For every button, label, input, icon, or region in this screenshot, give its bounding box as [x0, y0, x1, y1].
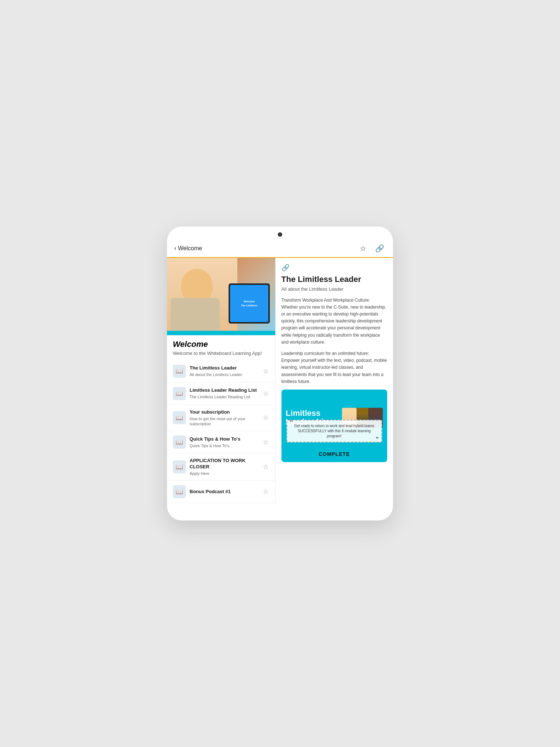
list-item-icon-box: 📖: [173, 460, 186, 473]
list-item-text: Limitless Leader Reading List The Limitl…: [190, 387, 258, 399]
quote-card-text: Get ready to return to work and lead hyb…: [292, 423, 377, 439]
list-item[interactable]: 📖 The Limitless Leader All about the Lim…: [167, 360, 275, 383]
complete-button[interactable]: COMPLETE: [281, 446, 387, 462]
content-area: Welcome The Limitless Welcome Welcome to…: [167, 258, 393, 506]
list-item[interactable]: 📖 Bonus Podcast #1 ☆: [167, 481, 275, 503]
right-column: 🔗 The Limitless Leader All about the Lim…: [276, 258, 393, 506]
book-icon: 📖: [176, 488, 183, 495]
book-icon: 📖: [176, 439, 183, 446]
list-item-title: Bonus Podcast #1: [190, 489, 258, 495]
bookmark-button[interactable]: ☆: [358, 243, 368, 254]
list-item-title: Quick Tips & How To's: [190, 436, 258, 442]
star-button[interactable]: ☆: [262, 437, 269, 447]
star-button[interactable]: ☆: [262, 487, 269, 496]
section-subtitle: Welcome to the Whiteboard Learning App!: [173, 351, 269, 356]
list-item[interactable]: 📖 APPLICATION TO WORK CLOSER Apply Here …: [167, 453, 275, 481]
list-item-text: APPLICATION TO WORK CLOSER Apply Here: [190, 458, 258, 476]
quote-card: " Get ready to return to work and lead h…: [287, 420, 382, 442]
list-item-subtitle: All about the Limitless Leader: [190, 372, 258, 377]
list-item-text: Quick Tips & How To's Quick Tips & How T…: [190, 436, 258, 448]
nav-back-button[interactable]: ‹ Welcome: [174, 244, 202, 252]
course-subtitle: All about the Limitless Leader: [281, 286, 387, 292]
nav-actions: ☆ 🔗: [358, 243, 386, 254]
course-banner: Limitless Leadership " Get ready to retu…: [281, 390, 387, 446]
list-item-title: Your subscription: [190, 409, 258, 415]
section-title: Welcome: [173, 340, 269, 349]
hero-person: [167, 258, 237, 331]
star-button[interactable]: ☆: [262, 389, 269, 398]
list-item[interactable]: 📖 Your subscription How to get the most …: [167, 405, 275, 431]
quote-mark-left: ": [290, 419, 293, 426]
list-item-icon-box: 📖: [173, 411, 186, 424]
list-item[interactable]: 📖 Limitless Leader Reading List The Limi…: [167, 383, 275, 405]
list-item-title: Limitless Leader Reading List: [190, 387, 258, 394]
link-icon: 🔗: [281, 264, 387, 272]
list-item-icon-box: 📖: [173, 387, 186, 400]
list-item[interactable]: 📖 Quick Tips & How To's Quick Tips & How…: [167, 431, 275, 453]
nav-back-label: Welcome: [178, 245, 202, 252]
course-desc-2: Leadership curriculum for an unlimited f…: [281, 350, 387, 385]
back-arrow-icon: ‹: [174, 244, 176, 252]
list-items: 📖 The Limitless Leader All about the Lim…: [167, 357, 275, 506]
nav-bar: ‹ Welcome ☆ 🔗: [167, 240, 393, 258]
star-button[interactable]: ☆: [262, 413, 269, 422]
quote-mark-right: ": [376, 436, 378, 443]
hero-blue-bar: [167, 331, 275, 335]
list-item-text: Your subscription How to get the most ou…: [190, 409, 258, 426]
list-item-icon-box: 📖: [173, 436, 186, 449]
notch-dot: [278, 232, 282, 237]
tablet-welcome-label: Welcome: [244, 300, 255, 303]
tablet-limitless-label: The Limitless: [241, 304, 257, 307]
device-notch: [167, 227, 393, 240]
book-icon: 📖: [176, 414, 183, 421]
hero-tablet: Welcome The Limitless: [229, 283, 270, 324]
list-item-icon-box: 📖: [173, 485, 186, 498]
link-button[interactable]: 🔗: [374, 243, 386, 254]
course-title: The Limitless Leader: [281, 275, 387, 284]
section-title-area: Welcome Welcome to the Whiteboard Learni…: [167, 335, 275, 357]
list-item-text: The Limitless Leader All about the Limit…: [190, 365, 258, 377]
book-icon: 📖: [176, 390, 183, 397]
course-image-card: Limitless Leadership " Get ready to retu…: [281, 390, 387, 462]
list-item-subtitle: The Limitless Leader Reading List: [190, 394, 258, 399]
star-button[interactable]: ☆: [262, 462, 269, 472]
book-icon: 📖: [176, 368, 183, 375]
list-item-subtitle: How to get the most out of your subscrip…: [190, 416, 258, 427]
hero-tablet-screen: Welcome The Limitless: [230, 285, 268, 322]
list-item-title: APPLICATION TO WORK CLOSER: [190, 458, 258, 470]
list-item-subtitle: Quick Tips & How To's: [190, 443, 258, 448]
list-item-text: Bonus Podcast #1: [190, 489, 258, 495]
hero-image: Welcome The Limitless: [167, 258, 275, 331]
star-button[interactable]: ☆: [262, 367, 269, 376]
book-icon: 📖: [176, 464, 183, 471]
left-column: Welcome The Limitless Welcome Welcome to…: [167, 258, 276, 506]
list-item-icon-box: 📖: [173, 365, 186, 378]
list-item-subtitle: Apply Here: [190, 471, 258, 476]
list-item-title: The Limitless Leader: [190, 365, 258, 371]
course-desc-1: Transform Workplace And Workplace Cultur…: [281, 297, 387, 346]
device-frame: ‹ Welcome ☆ 🔗 Welcome The Limitless: [167, 227, 393, 521]
